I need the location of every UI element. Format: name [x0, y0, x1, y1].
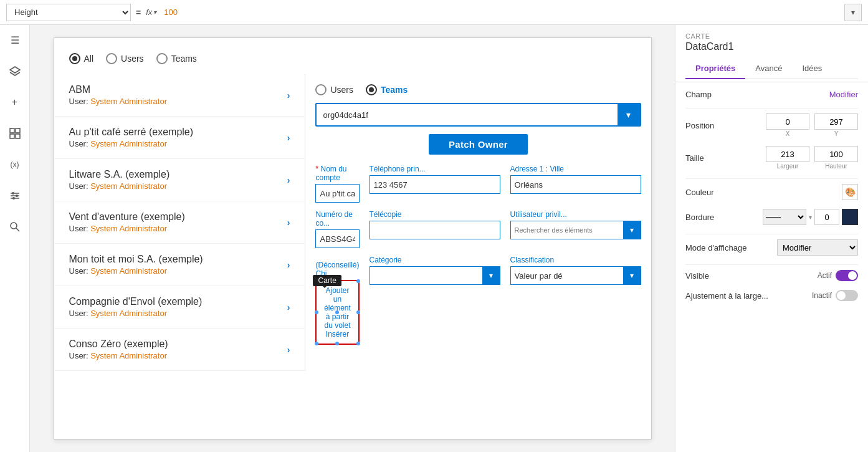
- couleur-swatch[interactable]: 🎨: [842, 184, 858, 200]
- bordure-color-swatch[interactable]: [842, 209, 858, 225]
- card-handle-right[interactable]: [356, 310, 360, 314]
- visible-toggle[interactable]: [836, 270, 858, 281]
- svg-point-8: [12, 192, 14, 195]
- add-icon[interactable]: +: [5, 92, 25, 112]
- layers-icon[interactable]: [5, 61, 25, 81]
- field-utilisateur-dropdown[interactable]: ▾: [623, 221, 641, 239]
- detail-radio-teams-label: Teams: [381, 85, 408, 95]
- list-item[interactable]: Litware S.A. (exemple) User: System Admi…: [54, 159, 305, 201]
- position-x-input[interactable]: [766, 113, 809, 130]
- radio-teams[interactable]: Teams: [156, 53, 197, 64]
- radio-teams-circle: [156, 53, 168, 64]
- card-handle-br[interactable]: [356, 342, 360, 345]
- champ-modifier-link[interactable]: Modifier: [829, 90, 858, 99]
- x-label: X: [786, 130, 790, 137]
- prop-couleur-label: Couleur: [685, 188, 837, 197]
- panel-breadcrumb: CARTE: [685, 32, 858, 40]
- formula-equals-sign: =: [136, 7, 141, 17]
- field-classification-dropdown[interactable]: ▾: [623, 267, 641, 284]
- card-field-container: (Déconseillé) Chi... Carte: [315, 261, 359, 345]
- visible-toggle-group: Actif: [818, 270, 858, 281]
- field-categorie-dropdown[interactable]: ▾: [482, 267, 500, 284]
- radio-users[interactable]: Users: [106, 53, 144, 64]
- field-adresse-ville: Adresse 1 : Ville: [510, 165, 641, 203]
- card-handle-bl[interactable]: [315, 342, 318, 345]
- radio-all[interactable]: All: [69, 53, 94, 64]
- taille-hauteur-input[interactable]: [814, 146, 858, 162]
- field-numero-input[interactable]: [315, 229, 359, 248]
- list-item[interactable]: Au p'tit café serré (exemple) User: Syst…: [54, 117, 305, 159]
- svg-rect-1: [10, 128, 14, 133]
- bordure-style-select[interactable]: ——: [763, 209, 806, 225]
- card-tooltip: Carte: [313, 275, 341, 286]
- field-categorie-input[interactable]: [370, 267, 482, 284]
- list-panel: ABM User: System Administrator › Au p'ti…: [54, 74, 306, 371]
- card-handle-left[interactable]: [315, 310, 318, 314]
- variables-icon[interactable]: (x): [5, 155, 25, 175]
- prop-mode-label: Mode d'affichage: [685, 243, 772, 252]
- patch-owner-button[interactable]: Patch Owner: [429, 134, 528, 155]
- chevron-right-icon: ›: [287, 133, 290, 143]
- left-sidebar: ☰ + (x): [0, 25, 30, 452]
- org-combo-box[interactable]: ▾: [315, 103, 641, 127]
- list-item[interactable]: Vent d'aventure (exemple) User: System A…: [54, 201, 305, 244]
- radio-users-label: Users: [121, 54, 144, 64]
- divider: [685, 108, 858, 108]
- prop-bordure-row: Bordure —— ▾: [685, 209, 858, 225]
- prop-taille-label: Taille: [685, 153, 761, 163]
- hamburger-icon[interactable]: ☰: [5, 30, 25, 50]
- prop-taille-row: Taille Largeur Hauteur: [685, 146, 858, 170]
- svg-line-12: [16, 228, 19, 231]
- detail-radio-teams[interactable]: Teams: [366, 84, 408, 95]
- mode-affichage-select[interactable]: Modifier: [777, 239, 858, 256]
- tab-avance[interactable]: Avancé: [745, 59, 792, 79]
- field-telephone-label: Téléphone prin...: [370, 165, 500, 173]
- svg-point-11: [11, 223, 17, 229]
- combo-dropdown-button[interactable]: ▾: [618, 104, 640, 125]
- formula-input[interactable]: [161, 4, 839, 21]
- card-handle-tr[interactable]: [356, 279, 360, 283]
- search-icon[interactable]: [5, 217, 25, 237]
- field-utilisateur-combo[interactable]: ▾: [510, 221, 641, 239]
- detail-radio-users-label: Users: [330, 85, 353, 95]
- list-item[interactable]: ABM User: System Administrator ›: [54, 74, 305, 117]
- prop-taille-inputs: Largeur Hauteur: [766, 146, 858, 170]
- tab-idees[interactable]: Idées: [792, 59, 832, 79]
- prop-visible-label: Visible: [685, 271, 813, 281]
- filter-radio-group: All Users Teams: [54, 53, 651, 74]
- org-combo-input[interactable]: [317, 107, 617, 123]
- detail-radio-users[interactable]: Users: [315, 84, 353, 95]
- data-icon[interactable]: [5, 123, 25, 143]
- card-handle-bottom[interactable]: [335, 342, 339, 345]
- svg-rect-4: [16, 134, 20, 138]
- field-telecopie-input[interactable]: [370, 221, 500, 239]
- field-utilisateur-input[interactable]: [511, 221, 623, 239]
- formula-fx-button[interactable]: fx ▾: [146, 7, 156, 17]
- formula-property-select[interactable]: Height: [6, 4, 131, 21]
- list-item[interactable]: Conso Zéro (exemple) User: System Admini…: [54, 329, 305, 371]
- card-element[interactable]: Ajouter un élément à partir du volet Ins…: [315, 280, 359, 345]
- tab-proprietes[interactable]: Propriétés: [685, 59, 745, 79]
- detail-radio-users-circle: [315, 84, 327, 95]
- field-categorie-combo[interactable]: ▾: [370, 266, 500, 285]
- formula-expand-button[interactable]: ▾: [844, 4, 862, 21]
- list-item[interactable]: Compagnie d'Envol (exemple) User: System…: [54, 286, 305, 329]
- bordure-width-input[interactable]: [814, 209, 839, 225]
- field-classification-combo[interactable]: ▾: [510, 266, 641, 285]
- field-numero-compte: Numéro de co...: [315, 210, 359, 248]
- form-grid: Nom du compte Téléphone prin... Adresse …: [315, 165, 641, 345]
- radio-teams-label: Teams: [171, 54, 197, 64]
- svg-point-10: [12, 197, 15, 200]
- field-adresse-input[interactable]: [510, 175, 641, 194]
- field-telephone-input[interactable]: [370, 175, 500, 194]
- controls-icon[interactable]: [5, 186, 25, 206]
- field-classification-input[interactable]: [511, 267, 623, 284]
- taille-largeur-input[interactable]: [766, 146, 809, 162]
- field-nom-input[interactable]: [315, 184, 359, 203]
- svg-point-9: [16, 195, 18, 197]
- list-item[interactable]: Mon toit et moi S.A. (exemple) User: Sys…: [54, 244, 305, 286]
- detail-radio-teams-circle: [366, 84, 377, 95]
- ajustement-toggle[interactable]: [836, 290, 858, 301]
- svg-rect-3: [10, 134, 14, 138]
- position-y-input[interactable]: [814, 113, 858, 130]
